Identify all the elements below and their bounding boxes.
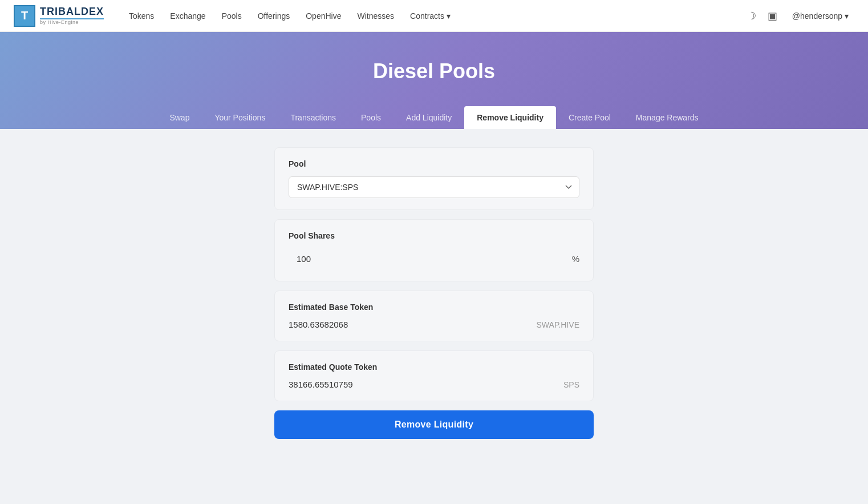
- nav-exchange[interactable]: Exchange: [163, 7, 212, 25]
- nav-contracts[interactable]: Contracts ▾: [403, 7, 457, 25]
- base-token-card: Estimated Base Token 1580.63682068 SWAP.…: [274, 291, 594, 341]
- pool-label: Pool: [289, 159, 579, 168]
- username-label: @hendersonp: [792, 11, 842, 21]
- base-token-label: Estimated Base Token: [289, 303, 579, 312]
- tab-pools[interactable]: Pools: [348, 106, 394, 129]
- base-token-value: 1580.63682068: [289, 320, 348, 329]
- pool-shares-card: Pool Shares %: [274, 219, 594, 281]
- wallet-button[interactable]: ▣: [765, 7, 780, 25]
- nav-links: Tokens Exchange Pools Offerings OpenHive…: [122, 7, 745, 25]
- quote-token-card: Estimated Quote Token 38166.65510759 SPS: [274, 350, 594, 401]
- percent-symbol: %: [572, 254, 579, 264]
- pool-shares-label: Pool Shares: [289, 231, 579, 240]
- chevron-down-icon: ▾: [447, 11, 451, 21]
- tab-swap[interactable]: Swap: [157, 106, 202, 129]
- pool-card: Pool SWAP.HIVE:SPSSWAP.HIVE:LEOSWAP.HIVE…: [274, 147, 594, 210]
- page-title: Diesel Pools: [0, 59, 868, 83]
- tab-create-pool[interactable]: Create Pool: [556, 106, 623, 129]
- dark-mode-button[interactable]: ☽: [745, 7, 759, 25]
- brand-sub: by Hive-Engine: [40, 19, 104, 25]
- nav-openhive[interactable]: OpenHive: [299, 7, 348, 25]
- content-wrapper: Pool SWAP.HIVE:SPSSWAP.HIVE:LEOSWAP.HIVE…: [274, 147, 594, 439]
- remove-liquidity-button[interactable]: Remove Liquidity: [274, 410, 594, 439]
- wallet-icon: ▣: [768, 10, 777, 22]
- base-token-row: 1580.63682068 SWAP.HIVE: [289, 320, 579, 329]
- quote-token-label: Estimated Quote Token: [289, 362, 579, 372]
- nav-tokens[interactable]: Tokens: [122, 7, 161, 25]
- brand-text: TRIBALDEX by Hive-Engine: [40, 6, 104, 25]
- moon-icon: ☽: [747, 10, 756, 22]
- hero-banner: Diesel Pools Swap Your Positions Transac…: [0, 32, 868, 129]
- tab-add-liquidity[interactable]: Add Liquidity: [394, 106, 464, 129]
- nav-offerings[interactable]: Offerings: [251, 7, 297, 25]
- pool-shares-input[interactable]: [289, 248, 567, 269]
- pool-select[interactable]: SWAP.HIVE:SPSSWAP.HIVE:LEOSWAP.HIVE:DEC: [289, 176, 579, 198]
- main-content: Pool SWAP.HIVE:SPSSWAP.HIVE:LEOSWAP.HIVE…: [0, 129, 868, 471]
- quote-token-row: 38166.65510759 SPS: [289, 380, 579, 389]
- base-token-name: SWAP.HIVE: [537, 320, 579, 329]
- navbar: T TRIBALDEX by Hive-Engine Tokens Exchan…: [0, 0, 868, 32]
- tab-remove-liquidity[interactable]: Remove Liquidity: [464, 106, 556, 129]
- user-chevron-icon: ▾: [845, 11, 849, 21]
- brand-logo-link[interactable]: T TRIBALDEX by Hive-Engine: [14, 5, 104, 27]
- nav-witnesses[interactable]: Witnesses: [350, 7, 401, 25]
- brand-name: TRIBALDEX: [40, 6, 104, 19]
- user-menu[interactable]: @hendersonp ▾: [786, 8, 854, 24]
- tab-your-positions[interactable]: Your Positions: [202, 106, 278, 129]
- tab-manage-rewards[interactable]: Manage Rewards: [623, 106, 711, 129]
- quote-token-value: 38166.65510759: [289, 380, 353, 389]
- pool-shares-row: %: [289, 248, 579, 269]
- quote-token-name: SPS: [563, 380, 579, 389]
- nav-right: ☽ ▣ @hendersonp ▾: [745, 7, 854, 25]
- nav-pools[interactable]: Pools: [215, 7, 249, 25]
- tabs-container: Swap Your Positions Transactions Pools A…: [0, 106, 868, 129]
- tab-transactions[interactable]: Transactions: [278, 106, 348, 129]
- brand-logo-icon: T: [14, 5, 35, 27]
